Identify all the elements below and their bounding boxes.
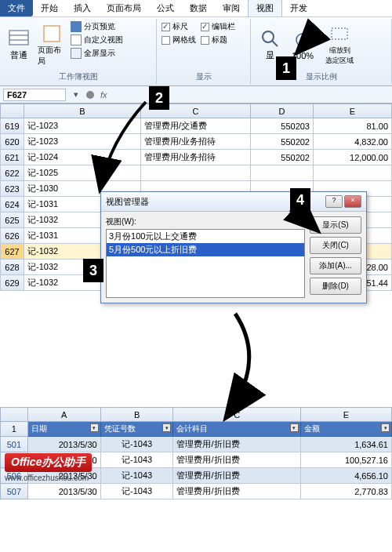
filter-icon[interactable]: ▾ bbox=[290, 423, 299, 432]
cell[interactable] bbox=[141, 165, 251, 181]
row-header[interactable]: 623 bbox=[1, 181, 24, 197]
cell[interactable]: 记-1023 bbox=[24, 134, 141, 150]
headings-checkbox[interactable]: 标题 bbox=[199, 34, 237, 46]
tab-view[interactable]: 视图 bbox=[248, 0, 282, 16]
group-views-title: 工作簿视图 bbox=[3, 70, 153, 82]
delete-button[interactable]: 删除(D) bbox=[310, 278, 361, 295]
row-header[interactable]: 628 bbox=[1, 260, 24, 275]
cell[interactable]: 管理费用/业务招待 bbox=[141, 134, 251, 150]
watermark-url: www.officezhushou.com bbox=[5, 474, 92, 482]
list-item[interactable]: 5月份500元以上折旧费 bbox=[107, 243, 304, 256]
name-box-dropdown-icon[interactable]: ▾ bbox=[72, 89, 80, 100]
tab-formula[interactable]: 公式 bbox=[149, 0, 182, 16]
filter-header-voucher[interactable]: 凭证号数▾ bbox=[100, 422, 173, 437]
tab-page-layout[interactable]: 页面布局 bbox=[99, 0, 149, 16]
tab-data[interactable]: 数据 bbox=[182, 0, 215, 16]
cell[interactable]: 记-1023 bbox=[24, 118, 141, 134]
cell[interactable]: 100,527.16 bbox=[300, 452, 391, 468]
cell[interactable]: 550202 bbox=[251, 150, 314, 165]
page-layout-button[interactable]: 页面布局 bbox=[36, 20, 67, 70]
cell[interactable]: 550203 bbox=[251, 118, 314, 134]
tab-home[interactable]: 开始 bbox=[33, 0, 66, 16]
cell[interactable]: 12,000.00 bbox=[314, 150, 392, 165]
tab-review[interactable]: 审阅 bbox=[215, 0, 248, 16]
filter-header-amount[interactable]: 金额▾ bbox=[300, 422, 391, 437]
full-screen-button[interactable]: 全屏显示 bbox=[69, 47, 125, 60]
svg-rect-0 bbox=[9, 31, 28, 45]
cell[interactable]: 2,770.83 bbox=[300, 484, 391, 499]
show-button[interactable]: 显示(S) bbox=[310, 216, 361, 234]
cell[interactable]: 管理费用/业务招待 bbox=[141, 150, 251, 165]
views-listbox[interactable]: 3月份100元以上交通费 5月份500元以上折旧费 bbox=[106, 229, 305, 298]
dialog-titlebar[interactable]: 视图管理器 ? × bbox=[101, 192, 366, 212]
cell[interactable]: 记-1043 bbox=[100, 484, 173, 499]
normal-view-button[interactable]: 普通 bbox=[3, 20, 34, 70]
ruler-checkbox[interactable]: 标尺 bbox=[160, 20, 198, 33]
row-header[interactable]: 620 bbox=[1, 134, 24, 150]
dialog-help-button[interactable]: ? bbox=[325, 195, 343, 208]
cell[interactable]: 4,656.10 bbox=[300, 468, 391, 484]
cell[interactable]: 记-1043 bbox=[100, 468, 173, 484]
filter-icon[interactable]: ▾ bbox=[90, 423, 99, 432]
gridlines-checkbox[interactable]: 网格线 bbox=[160, 34, 198, 46]
col-header-b[interactable]: B bbox=[24, 104, 141, 118]
row-header[interactable]: 1 bbox=[1, 422, 28, 437]
cell[interactable] bbox=[314, 165, 392, 181]
close-button[interactable]: 关闭(C) bbox=[310, 237, 361, 254]
row-header[interactable]: 627 bbox=[1, 244, 24, 260]
cell[interactable]: 记-1024 bbox=[24, 150, 141, 165]
corner-cell[interactable] bbox=[1, 104, 24, 118]
row-header[interactable]: 501 bbox=[1, 437, 28, 452]
page-break-preview-button[interactable]: 分页预览 bbox=[69, 20, 125, 33]
cell[interactable]: 管理费用/交通费 bbox=[141, 118, 251, 134]
filter-header-date[interactable]: 日期▾ bbox=[27, 422, 100, 437]
fx-label[interactable]: fx bbox=[100, 90, 107, 100]
svg-line-5 bbox=[272, 41, 278, 46]
corner-cell[interactable] bbox=[1, 408, 28, 422]
cell[interactable]: 管理费用/折旧费 bbox=[173, 468, 300, 484]
row-header[interactable]: 621 bbox=[1, 150, 24, 165]
row-header[interactable]: 629 bbox=[1, 275, 24, 291]
cell[interactable]: 管理费用/折旧费 bbox=[173, 484, 300, 499]
row-header[interactable]: 626 bbox=[1, 228, 24, 244]
tab-insert[interactable]: 插入 bbox=[66, 0, 99, 16]
col-header-c[interactable]: C bbox=[173, 408, 300, 422]
cell[interactable]: 81.00 bbox=[314, 118, 392, 134]
filter-header-account[interactable]: 会计科目▾ bbox=[173, 422, 300, 437]
col-header-e[interactable]: E bbox=[314, 104, 392, 118]
formula-bar-checkbox[interactable]: 编辑栏 bbox=[199, 20, 237, 33]
col-header-a[interactable]: A bbox=[27, 408, 100, 422]
cell[interactable]: 管理费用/折旧费 bbox=[173, 452, 300, 468]
row-header[interactable]: 507 bbox=[1, 484, 28, 499]
filter-icon[interactable]: ▾ bbox=[381, 423, 390, 432]
zoom-selection-button[interactable]: 缩放到 选定区域 bbox=[320, 20, 359, 70]
cell[interactable]: 550202 bbox=[251, 134, 314, 150]
dialog-close-button[interactable]: × bbox=[344, 195, 361, 208]
cell[interactable]: 记-1043 bbox=[100, 437, 173, 452]
cell[interactable]: 2013/5/30 bbox=[27, 484, 100, 499]
tab-developer[interactable]: 开发 bbox=[282, 0, 315, 16]
name-box[interactable]: F627 bbox=[3, 89, 66, 101]
row-header[interactable]: 624 bbox=[1, 197, 24, 212]
col-header-b[interactable]: B bbox=[100, 408, 173, 422]
watermark: Office办公助手 www.officezhushou.com bbox=[5, 453, 92, 482]
add-button[interactable]: 添加(A)... bbox=[310, 257, 361, 274]
cell[interactable]: 记-1025 bbox=[24, 165, 141, 181]
row-header[interactable]: 622 bbox=[1, 165, 24, 181]
filter-icon[interactable]: ▾ bbox=[162, 423, 171, 432]
list-item[interactable]: 3月份100元以上交通费 bbox=[107, 230, 304, 243]
header-label: 会计科目 bbox=[176, 424, 208, 433]
row-header[interactable]: 625 bbox=[1, 212, 24, 228]
cell[interactable]: 2013/5/30 bbox=[27, 437, 100, 452]
col-header-d[interactable]: D bbox=[251, 104, 314, 118]
custom-views-button[interactable]: 自定义视图 bbox=[69, 34, 125, 46]
cell[interactable]: 记-1043 bbox=[100, 452, 173, 468]
cell[interactable]: 管理费用/折旧费 bbox=[173, 437, 300, 452]
col-header-e[interactable]: E bbox=[300, 408, 391, 422]
cell[interactable]: 1,634.61 bbox=[300, 437, 391, 452]
row-header[interactable]: 619 bbox=[1, 118, 24, 134]
page-break-icon bbox=[71, 21, 82, 32]
cell[interactable]: 4,832.00 bbox=[314, 134, 392, 150]
cell[interactable] bbox=[251, 165, 314, 181]
tab-file[interactable]: 文件 bbox=[0, 0, 33, 16]
